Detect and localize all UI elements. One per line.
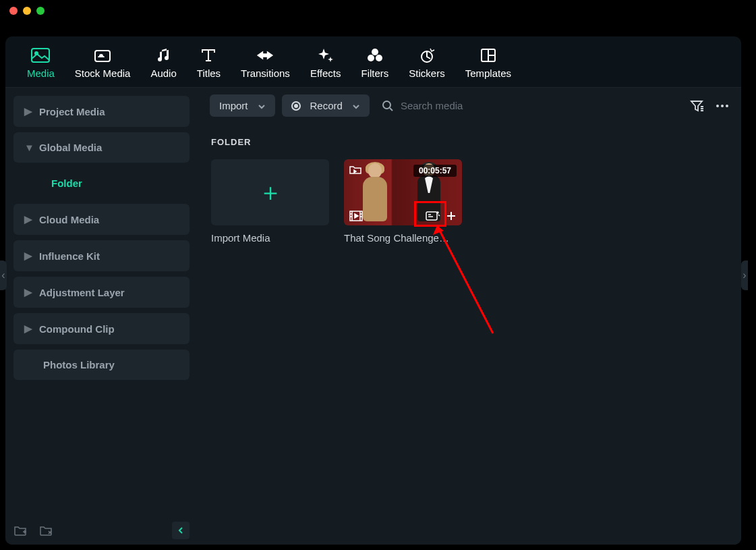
new-folder-icon[interactable] [13,524,27,537]
sticker-icon [417,47,436,63]
panel-handle-left[interactable]: ‹ [0,260,7,290]
tab-audio[interactable]: Audio [150,47,176,79]
content-body: FOLDER ＋ Import Media [198,123,741,545]
sidebar-item-label: Folder [51,177,82,189]
svg-point-5 [376,55,382,61]
sidebar-item-influence-kit[interactable]: ▶ Influence Kit [13,240,190,271]
chevron-right-icon: ▶ [24,105,31,117]
record-dropdown[interactable]: Record [282,94,370,117]
tile-video: 00:05:57 [344,159,462,244]
chevron-down-icon: ▼ [24,142,31,153]
sidebar-item-label: Cloud Media [39,214,99,225]
tab-media[interactable]: Media [27,47,55,79]
tile-label: That Song Challenge… [344,232,462,244]
svg-point-15 [716,105,719,107]
music-icon [154,47,173,63]
import-dropdown[interactable]: Import [210,94,275,117]
sidebar-item-label: Adjustment Layer [39,287,125,298]
chevron-right-icon: ▶ [24,213,31,225]
svg-point-10 [383,101,390,109]
window-traffic-lights [0,0,756,22]
content-panel: Import Record [198,88,741,545]
chevron-down-icon [352,100,360,111]
tab-label: Titles [197,67,221,79]
svg-point-16 [721,105,724,107]
layout-icon [479,47,498,63]
plus-icon: ＋ [258,176,283,209]
sidebar-item-label: Compound Clip [39,323,115,335]
tab-label: Filters [361,67,388,79]
search-icon[interactable] [382,100,394,112]
sidebar-item-folder[interactable]: Folder [13,168,190,198]
tab-filters[interactable]: Filters [361,47,388,79]
sidebar-item-adjustment-layer[interactable]: ▶ Adjustment Layer [13,277,190,308]
tab-transitions[interactable]: Transitions [241,47,290,79]
folder-icon [349,165,361,177]
record-label: Record [310,100,343,111]
svg-rect-0 [32,49,49,62]
sidebar-item-label: Global Media [39,142,102,153]
section-title: FOLDER [211,137,728,147]
window-maximize[interactable] [36,7,45,15]
window-minimize[interactable] [23,7,31,15]
chevron-right-icon: ▶ [24,286,31,298]
tile-import: ＋ Import Media [211,159,329,244]
window-close[interactable] [9,7,18,15]
tab-label: Stock Media [75,67,131,79]
delete-folder-icon[interactable] [39,524,53,537]
sidebar-item-label: Project Media [39,106,105,117]
chevron-right-icon: ▶ [24,323,31,335]
sidebar-item-label: Influence Kit [39,250,100,262]
tab-label: Audio [150,67,176,79]
svg-point-26 [437,212,438,213]
sidebar-footer [13,522,190,539]
app-frame: Media Stock Media Audio Titles Transitio… [5,36,741,545]
sparkle-icon [316,47,335,63]
chevron-right-icon: ▶ [24,250,31,262]
svg-line-11 [390,108,392,111]
media-thumbnail[interactable]: 00:05:57 [344,159,462,225]
circles-icon [366,47,384,63]
tab-stock-media[interactable]: Stock Media [75,47,131,79]
sidebar-item-label: Photos Library [43,359,115,370]
sidebar-item-project-media[interactable]: ▶ Project Media [13,96,190,127]
sidebar: ▶ Project Media ▼ Global Media Folder ▶ … [5,88,198,545]
svg-point-17 [726,105,728,107]
import-label: Import [219,100,248,111]
record-icon [291,101,301,111]
more-icon[interactable] [716,104,729,108]
cloud-image-icon [93,47,112,63]
sidebar-item-global-media[interactable]: ▼ Global Media [13,132,190,163]
add-to-timeline-icon[interactable] [446,211,457,221]
tab-templates[interactable]: Templates [465,47,511,79]
tab-label: Effects [310,67,341,79]
svg-point-3 [372,49,378,55]
transcribe-icon[interactable] [426,211,440,221]
svg-point-4 [368,55,374,61]
tab-label: Templates [465,67,511,79]
sidebar-item-photos-library[interactable]: Photos Library [13,350,190,380]
tab-label: Stickers [409,67,444,79]
tab-label: Media [27,67,55,79]
tab-titles[interactable]: Titles [197,47,221,79]
chevron-down-icon [258,100,266,111]
search-input[interactable] [401,100,678,111]
duration-badge: 00:05:57 [413,165,457,177]
search-wrap [376,100,683,112]
tab-label: Transitions [241,67,290,79]
top-tabs: Media Stock Media Audio Titles Transitio… [5,36,741,87]
thumb-actions [349,211,457,221]
tab-effects[interactable]: Effects [310,47,341,79]
collapse-sidebar-button[interactable] [172,522,190,539]
filmstrip-icon[interactable] [349,211,363,221]
main-area: ▶ Project Media ▼ Global Media Folder ▶ … [5,87,741,545]
sidebar-item-cloud-media[interactable]: ▶ Cloud Media [13,204,190,235]
sidebar-item-compound-clip[interactable]: ▶ Compound Clip [13,313,190,344]
svg-rect-25 [426,212,437,220]
filter-icon[interactable] [690,100,703,112]
panel-handle-right[interactable]: › [741,260,748,290]
tab-stickers[interactable]: Stickers [409,47,444,79]
import-media-button[interactable]: ＋ [211,159,329,225]
image-icon [31,47,50,63]
tile-label: Import Media [211,232,329,244]
